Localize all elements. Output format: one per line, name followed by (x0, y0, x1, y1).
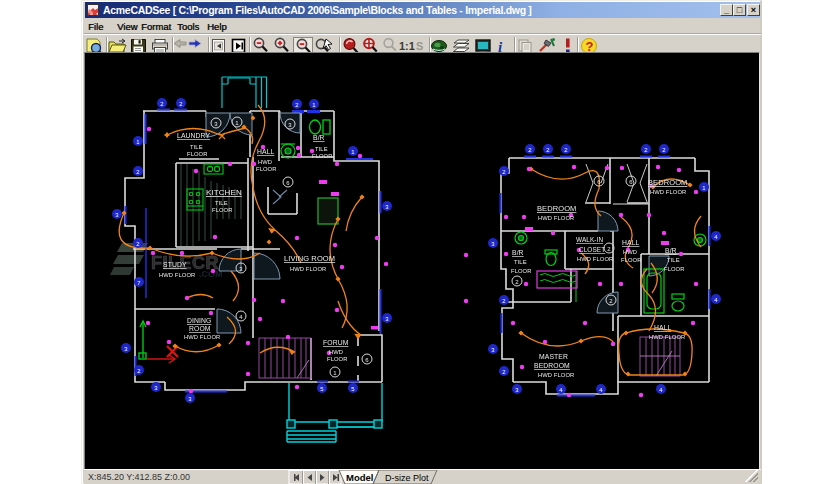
svg-text:B/R: B/R (512, 249, 524, 256)
svg-text:6: 6 (365, 357, 369, 363)
svg-text:FLOOR: FLOOR (327, 356, 347, 362)
svg-text:HWD FLOOR: HWD FLOOR (538, 372, 574, 378)
svg-text:Model: Model (346, 472, 373, 483)
svg-text:FLOOR: FLOOR (187, 151, 207, 157)
svg-text:FLOOR: FLOOR (511, 268, 531, 274)
svg-text:HALL: HALL (257, 148, 275, 155)
svg-text:TILE: TILE (190, 144, 203, 150)
svg-text:4: 4 (239, 314, 243, 320)
svg-text:HWD FLOOR: HWD FLOOR (649, 334, 685, 340)
svg-text:HWD FLOOR: HWD FLOOR (159, 272, 195, 278)
svg-text:1: 1 (333, 370, 337, 376)
svg-text:ROOM: ROOM (189, 325, 211, 332)
svg-text:S: S (416, 40, 423, 52)
svg-text:6: 6 (286, 180, 290, 186)
svg-text:STUDY: STUDY (163, 261, 187, 268)
svg-text:KITCHEN: KITCHEN (206, 188, 242, 197)
svg-text:LIVING ROOM: LIVING ROOM (284, 254, 335, 263)
svg-text:2: 2 (607, 246, 611, 252)
svg-text:FLOOR: FLOOR (256, 166, 276, 172)
svg-text:BEDROOM: BEDROOM (537, 204, 576, 213)
svg-text:3: 3 (239, 266, 243, 272)
svg-text:1:1: 1:1 (399, 40, 415, 52)
svg-text:FLOOR: FLOOR (621, 257, 641, 263)
svg-text:HWD: HWD (258, 159, 272, 165)
svg-text:HWD FLOOR: HWD FLOOR (538, 215, 574, 221)
svg-text:6: 6 (597, 179, 601, 185)
svg-text:FLOOR: FLOOR (312, 153, 332, 159)
svg-text:B/R: B/R (313, 134, 325, 141)
svg-text:MASTER: MASTER (539, 353, 568, 360)
svg-text:FLOOR: FLOOR (212, 207, 232, 213)
svg-text:TILE: TILE (315, 146, 328, 152)
svg-text:WALK-IN: WALK-IN (576, 236, 603, 243)
svg-text:2: 2 (515, 279, 519, 285)
svg-text:B/R: B/R (665, 247, 677, 254)
svg-text:CLOSET: CLOSET (579, 246, 605, 253)
svg-text:BEDROOM: BEDROOM (534, 362, 570, 369)
svg-text:DINING: DINING (187, 317, 211, 324)
svg-text:HWD: HWD (329, 349, 343, 355)
svg-text:HWD: HWD (623, 249, 637, 255)
svg-text:HWD FLOOR: HWD FLOOR (290, 266, 326, 272)
svg-text:HWD FLOOR: HWD FLOOR (184, 334, 220, 340)
svg-text:TILE: TILE (667, 257, 680, 263)
svg-text:HALL: HALL (654, 324, 672, 331)
svg-text:FLOOR: FLOOR (664, 266, 684, 272)
svg-text:FORUM: FORUM (323, 339, 349, 346)
svg-text:TILE: TILE (215, 200, 228, 206)
svg-text:HWD FLOOR: HWD FLOOR (650, 189, 686, 195)
svg-text:LAUNDRY: LAUNDRY (177, 132, 210, 139)
svg-text:HALL: HALL (622, 239, 640, 246)
svg-text:BEDROOM: BEDROOM (648, 178, 687, 187)
svg-text:D-size Plot: D-size Plot (385, 473, 429, 483)
svg-text:HWD FLOOR: HWD FLOOR (577, 256, 613, 262)
svg-text:TILE: TILE (514, 259, 527, 265)
